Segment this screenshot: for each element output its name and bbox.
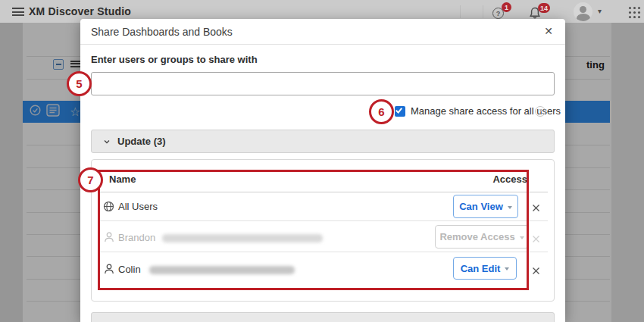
annotation-rectangle: [98, 170, 529, 290]
update-section-label: Update (3): [117, 136, 166, 147]
tooltip-help-icon[interactable]: ?: [535, 106, 546, 117]
menu-hamburger-icon[interactable]: [12, 8, 24, 16]
share-users-input[interactable]: [91, 72, 555, 95]
help-badge: 1: [502, 2, 511, 12]
update-section-header[interactable]: Update (3): [91, 130, 555, 153]
remove-share-x-icon[interactable]: [532, 233, 540, 241]
avatar[interactable]: [574, 2, 592, 21]
modal-title: Share Dashboards and Books: [91, 26, 233, 38]
avatar-chevron-down-icon[interactable]: ▾: [598, 7, 602, 15]
topbar-divider: [460, 5, 461, 18]
annotation-callout-6: 6: [369, 99, 394, 124]
app-title: XM Discover Studio: [29, 5, 131, 17]
close-icon[interactable]: ✕: [544, 25, 553, 37]
annotation-callout-5: 5: [67, 71, 92, 96]
app-switcher-grid-icon[interactable]: [629, 7, 631, 9]
manage-access-checkbox[interactable]: [395, 106, 405, 117]
chevron-down-icon: [104, 139, 110, 145]
remove-share-x-icon[interactable]: [532, 264, 540, 273]
remove-share-x-icon[interactable]: [532, 202, 540, 210]
annotation-callout-7: 7: [78, 167, 103, 192]
share-input-label: Enter users or groups to share with: [91, 54, 258, 65]
next-section-header[interactable]: [91, 312, 555, 322]
notifications-badge: 14: [538, 3, 550, 13]
topbar-divider: [483, 5, 483, 18]
modal-header: Share Dashboards and Books ✕: [80, 19, 565, 45]
screen: ☆ ting ☆ XM Discover Studio ? 1 14 ▾: [0, 0, 644, 322]
